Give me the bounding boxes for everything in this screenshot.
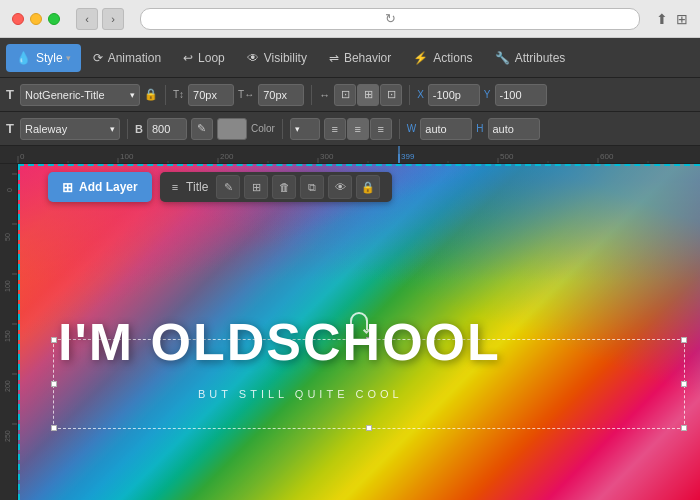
- delete-layer-btn[interactable]: 🗑: [272, 175, 296, 199]
- color-swatch[interactable]: [217, 118, 247, 140]
- w-label: W: [407, 123, 416, 134]
- tab-attributes[interactable]: 🔧 Attributes: [485, 44, 576, 72]
- font-select2[interactable]: Raleway ▾: [20, 118, 120, 140]
- align-left-btn[interactable]: ⊡: [334, 84, 356, 106]
- svg-text:399: 399: [401, 152, 415, 161]
- tab-actions-label: Actions: [433, 51, 472, 65]
- align-dropdown-arrow: ▾: [295, 124, 300, 134]
- color-label: Color: [251, 123, 275, 134]
- address-bar[interactable]: ↻: [140, 8, 640, 30]
- x-val: -100p: [433, 89, 461, 101]
- transform-layer-btn[interactable]: ⊞: [244, 175, 268, 199]
- svg-text:50: 50: [4, 233, 11, 241]
- share-icon[interactable]: ⬆: [656, 11, 668, 27]
- divider3: [409, 85, 410, 105]
- text-icon2: T: [6, 121, 14, 136]
- maximize-button[interactable]: [48, 13, 60, 25]
- align-center2-btn[interactable]: ≡: [347, 118, 369, 140]
- svg-text:300: 300: [320, 152, 334, 161]
- lock-layer-btn[interactable]: 🔒: [356, 175, 380, 199]
- svg-rect-0: [0, 146, 700, 163]
- divider6: [399, 119, 400, 139]
- y-input[interactable]: -100: [495, 84, 547, 106]
- main-text-content: I'M OLDSCHOOL: [58, 313, 501, 371]
- title-layer-bar[interactable]: ≡ Title ✎ ⊞ 🗑 ⧉ 👁 🔒: [160, 172, 393, 202]
- arrows-icon: ↔: [319, 89, 330, 101]
- loop-icon: ↩: [183, 51, 193, 65]
- ruler-svg: 0 100 200 300 399 500 600: [0, 146, 700, 163]
- tab-animation[interactable]: ⟳ Animation: [83, 44, 171, 72]
- minimize-button[interactable]: [30, 13, 42, 25]
- animation-icon: ⟳: [93, 51, 103, 65]
- svg-text:100: 100: [120, 152, 134, 161]
- tab-loop-label: Loop: [198, 51, 225, 65]
- svg-text:200: 200: [220, 152, 234, 161]
- title-layer-label: Title: [186, 180, 208, 194]
- font-dropdown-arrow: ▾: [130, 90, 135, 100]
- left-dashed-border: [18, 164, 20, 500]
- tab-animation-label: Animation: [108, 51, 161, 65]
- x-label: X: [417, 89, 424, 100]
- divider2: [311, 85, 312, 105]
- horizontal-ruler: 0 100 200 300 399 500 600: [0, 146, 700, 164]
- top-dashed-border: [18, 164, 700, 166]
- font-size-height[interactable]: 70px: [188, 84, 234, 106]
- align-icons: ⊡ ⊞ ⊡: [334, 84, 402, 106]
- vertical-ruler: 0 50 100 150 200 250: [0, 164, 18, 500]
- font-size-width[interactable]: 70px: [258, 84, 304, 106]
- text-icon: T: [6, 87, 14, 102]
- tab-actions[interactable]: ⚡ Actions: [403, 44, 482, 72]
- align-right2-btn[interactable]: ≡: [370, 118, 392, 140]
- align-select[interactable]: ▾: [290, 118, 320, 140]
- vrule-svg: 0 50 100 150 200 250: [0, 164, 18, 500]
- pen-icon-btn[interactable]: ✎: [191, 118, 213, 140]
- edit-layer-btn[interactable]: ✎: [216, 175, 240, 199]
- tab-loop[interactable]: ↩ Loop: [173, 44, 235, 72]
- add-layer-button[interactable]: ⊞ Add Layer: [48, 172, 152, 202]
- tab-attributes-label: Attributes: [515, 51, 566, 65]
- tab-behavior[interactable]: ⇌ Behavior: [319, 44, 401, 72]
- grid-icon[interactable]: ⊞: [676, 11, 688, 27]
- svg-text:500: 500: [500, 152, 514, 161]
- visible-layer-btn[interactable]: 👁: [328, 175, 352, 199]
- font-lock-icon[interactable]: 🔒: [144, 88, 158, 101]
- main-text[interactable]: I'M OLDSCHOOL: [58, 316, 501, 368]
- duplicate-layer-btn[interactable]: ⧉: [300, 175, 324, 199]
- h-input[interactable]: auto: [488, 118, 540, 140]
- add-layer-label: Add Layer: [79, 180, 138, 194]
- divider4: [127, 119, 128, 139]
- y-label: Y: [484, 89, 491, 100]
- svg-text:0: 0: [6, 188, 13, 192]
- main-toolbar: 💧 Style ▾ ⟳ Animation ↩ Loop 👁 Visibilit…: [0, 38, 700, 78]
- svg-text:0: 0: [20, 152, 25, 161]
- style-dropdown[interactable]: ▾: [66, 53, 71, 63]
- font-name: NotGeneric-Title: [25, 89, 105, 101]
- titlebar-icons: ⬆ ⊞: [656, 11, 688, 27]
- h-label: H: [476, 123, 483, 134]
- font-select[interactable]: NotGeneric-Title ▾: [20, 84, 140, 106]
- align-left2-btn[interactable]: ≡: [324, 118, 346, 140]
- forward-button[interactable]: ›: [102, 8, 124, 30]
- tab-visibility[interactable]: 👁 Visibility: [237, 44, 317, 72]
- hamburger-icon: ≡: [172, 181, 178, 193]
- svg-text:150: 150: [4, 330, 11, 342]
- font-name2: Raleway: [25, 123, 67, 135]
- w-input[interactable]: auto: [420, 118, 472, 140]
- actions-icon: ⚡: [413, 51, 428, 65]
- x-input[interactable]: -100p: [428, 84, 480, 106]
- align-center-btn[interactable]: ⊞: [357, 84, 379, 106]
- font-size-width-val: 70px: [263, 89, 287, 101]
- close-button[interactable]: [12, 13, 24, 25]
- back-button[interactable]: ‹: [76, 8, 98, 30]
- visibility-icon: 👁: [247, 51, 259, 65]
- sub-text-content: BUT STILL QUITE COOL: [198, 388, 403, 400]
- sub-text[interactable]: BUT STILL QUITE COOL: [198, 388, 403, 400]
- svg-text:200: 200: [4, 380, 11, 392]
- bold-input[interactable]: 800: [147, 118, 187, 140]
- font-dropdown-arrow2: ▾: [110, 124, 115, 134]
- tab-visibility-label: Visibility: [264, 51, 307, 65]
- align-right-btn[interactable]: ⊡: [380, 84, 402, 106]
- traffic-lights: [12, 13, 60, 25]
- tab-style[interactable]: 💧 Style ▾: [6, 44, 81, 72]
- svg-text:250: 250: [4, 430, 11, 442]
